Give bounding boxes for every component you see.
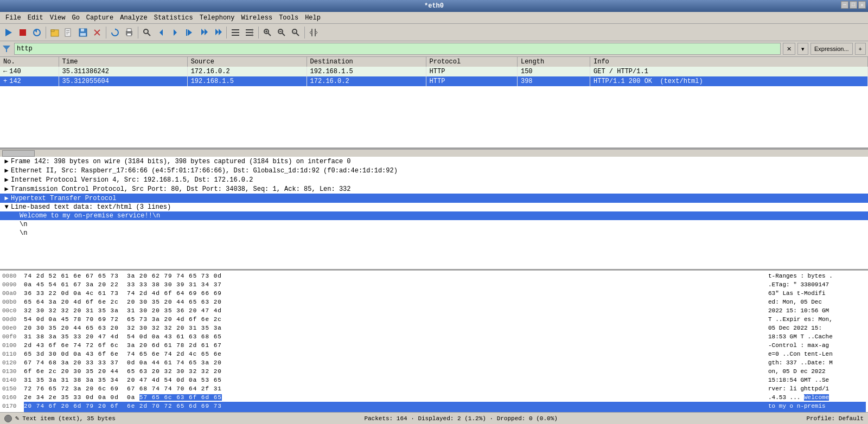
hex-row: 0140 31 35 3a 31 38 3a 35 34 20 47 4d 54… bbox=[2, 376, 866, 384]
toolbar-sep-4 bbox=[226, 27, 227, 38]
close-button[interactable]: ✕ bbox=[858, 1, 866, 9]
toolbar-sep-2 bbox=[106, 27, 106, 38]
window-controls[interactable]: ─ □ ✕ bbox=[841, 1, 866, 9]
toolbar-sep-3 bbox=[138, 27, 138, 38]
go-to-packet-button[interactable] bbox=[183, 26, 196, 39]
print-button[interactable] bbox=[123, 26, 136, 39]
cell-protocol: HTTP bbox=[426, 76, 517, 86]
colorize-button[interactable] bbox=[243, 26, 256, 39]
menu-analyze[interactable]: Analyze bbox=[117, 13, 150, 23]
status-packets: Packets: 164 · Displayed: 2 (1.2%) · Dro… bbox=[364, 415, 557, 422]
hex-offset: 00c0 bbox=[2, 306, 24, 315]
menu-tools[interactable]: Tools bbox=[276, 13, 302, 23]
menu-go[interactable]: Go bbox=[68, 13, 82, 23]
hex-offset: 0100 bbox=[2, 341, 24, 350]
col-info: Info bbox=[590, 57, 868, 67]
hex-offset: 00a0 bbox=[2, 289, 24, 298]
svg-marker-27 bbox=[205, 29, 208, 35]
hex-bytes: 32 30 32 32 20 31 35 3a 31 30 20 35 36 2… bbox=[24, 306, 768, 315]
last-packet-button[interactable] bbox=[211, 26, 224, 39]
save-button[interactable] bbox=[76, 26, 90, 39]
status-left: ✎ Text item (text), 35 bytes bbox=[4, 414, 116, 422]
detail-row-text-data[interactable]: ▼ Line-based text data: text/html (3 lin… bbox=[0, 203, 868, 211]
hex-ascii: .4.53 ... Welcome bbox=[768, 393, 866, 402]
close-file-button[interactable] bbox=[91, 26, 104, 39]
hscroll-thumb[interactable] bbox=[2, 150, 35, 157]
table-row[interactable]: ←140 35.311386242 172.16.0.2 192.168.1.5… bbox=[0, 67, 868, 76]
hex-dump: 0080 74 2d 52 61 6e 67 65 73 3a 20 62 79… bbox=[0, 271, 868, 412]
expand-icon-eth[interactable]: ▶ bbox=[2, 166, 11, 175]
hex-bytes-hl: 20 74 6f 20 6d 79 20 6f 6e 2d 70 72 65 6… bbox=[24, 402, 768, 410]
svg-point-20 bbox=[144, 29, 148, 34]
menu-capture[interactable]: Capture bbox=[83, 13, 117, 23]
open-recent-button[interactable] bbox=[62, 26, 75, 39]
zoom-normal-button[interactable]: = bbox=[289, 26, 302, 39]
filter-clear-button[interactable]: ✕ bbox=[783, 43, 795, 55]
detail-row-frame[interactable]: ▶ Frame 142: 398 bytes on wire (3184 bit… bbox=[0, 157, 868, 166]
detail-text-eth: Ethernet II, Src: Raspberr_17:66:66 (e4:… bbox=[11, 167, 866, 175]
expression-button[interactable]: Expression... bbox=[810, 43, 853, 55]
detail-text-newline2: \n bbox=[20, 229, 866, 237]
svg-line-51 bbox=[316, 31, 317, 33]
hex-ascii: .ETag: " 33809147 bbox=[768, 280, 866, 289]
svg-rect-6 bbox=[51, 30, 54, 31]
hex-row: 00b0 65 64 3a 20 4d 6f 6e 2c 20 30 35 20… bbox=[2, 298, 866, 306]
hex-ascii: gth: 337 ..Date: M bbox=[768, 358, 866, 367]
cell-length: 150 bbox=[517, 67, 590, 76]
menu-help[interactable]: Help bbox=[302, 13, 324, 23]
table-row[interactable]: +142 35.312055604 192.168.1.5 172.16.0.2… bbox=[0, 76, 868, 86]
find-packet-button[interactable] bbox=[141, 26, 154, 39]
detail-row-tcp[interactable]: ▶ Transmission Control Protocol, Src Por… bbox=[0, 184, 868, 194]
hex-row: 00f0 31 38 3a 35 33 20 47 4d 54 0d 0a 43… bbox=[2, 332, 866, 341]
cell-time: 35.311386242 bbox=[59, 67, 187, 76]
first-packet-button[interactable] bbox=[197, 26, 210, 39]
menu-edit[interactable]: Edit bbox=[24, 13, 47, 23]
resize-columns-button[interactable] bbox=[307, 26, 320, 39]
hex-offset: 0090 bbox=[2, 280, 24, 289]
hex-row: 00e0 20 30 35 20 44 65 63 20 32 30 32 32… bbox=[2, 324, 866, 332]
zoom-out-button[interactable] bbox=[275, 26, 288, 39]
open-file-button[interactable] bbox=[48, 26, 61, 39]
hex-bytes: 67 74 68 3a 20 33 33 37 0d 0a 44 61 74 6… bbox=[24, 358, 768, 367]
zoom-in-button[interactable] bbox=[261, 26, 274, 39]
detail-row-newline2[interactable]: \n bbox=[0, 229, 868, 237]
expand-icon-tcp[interactable]: ▶ bbox=[2, 185, 11, 193]
filter-icon bbox=[2, 44, 12, 54]
minimize-button[interactable]: ─ bbox=[841, 1, 848, 9]
menu-view[interactable]: View bbox=[47, 13, 69, 23]
hex-bytes: 65 64 3a 20 4d 6f 6e 2c 20 30 35 20 44 6… bbox=[24, 298, 768, 306]
go-forward-button[interactable] bbox=[169, 26, 182, 39]
detail-row-http[interactable]: ▶ Hypertext Transfer Protocol bbox=[0, 194, 868, 203]
menu-file[interactable]: File bbox=[2, 13, 24, 23]
go-back-button[interactable] bbox=[155, 26, 168, 39]
menu-telephony[interactable]: Telephony bbox=[196, 13, 238, 23]
filter-add-button[interactable]: + bbox=[855, 43, 866, 55]
detail-text-http: Hypertext Transfer Protocol bbox=[11, 195, 866, 202]
detail-row-ip[interactable]: ▶ Internet Protocol Version 4, Src: 192.… bbox=[0, 175, 868, 184]
packet-list-hscroll[interactable] bbox=[0, 149, 868, 157]
expand-icon-http[interactable]: ▶ bbox=[2, 194, 11, 202]
start-capture-button[interactable] bbox=[2, 26, 15, 39]
hex-row: 00a0 36 33 22 0d 0a 4c 61 73 74 2d 4d 6f… bbox=[2, 289, 866, 298]
hex-ascii: 18:53 GM T ..Cache bbox=[768, 332, 866, 341]
expand-icon[interactable]: ▶ bbox=[2, 157, 11, 165]
reload-button[interactable] bbox=[108, 26, 122, 39]
detail-row-ethernet[interactable]: ▶ Ethernet II, Src: Raspberr_17:66:66 (e… bbox=[0, 166, 868, 175]
svg-rect-2 bbox=[20, 29, 26, 36]
detail-row-newline1[interactable]: \n bbox=[0, 220, 868, 229]
filter-bookmark-button[interactable]: ▾ bbox=[797, 43, 808, 55]
filter-input[interactable] bbox=[14, 43, 781, 55]
restart-capture-button[interactable] bbox=[30, 26, 43, 39]
menu-wireless[interactable]: Wireless bbox=[238, 13, 276, 23]
stop-capture-button[interactable] bbox=[16, 26, 29, 39]
hex-offset: 0170 bbox=[2, 402, 24, 410]
hex-bytes: 65 3d 30 0d 0a 43 6f 6e 74 65 6e 74 2d 4… bbox=[24, 350, 768, 358]
auto-scroll-button[interactable] bbox=[229, 26, 242, 39]
expand-icon-textdata[interactable]: ▼ bbox=[2, 203, 11, 211]
menu-statistics[interactable]: Statistics bbox=[151, 13, 196, 23]
expand-icon-ip[interactable]: ▶ bbox=[2, 176, 11, 184]
maximize-button[interactable]: □ bbox=[850, 1, 857, 9]
detail-row-welcome[interactable]: Welcome to my on-premise service!!\n bbox=[0, 211, 868, 220]
detail-text-textdata: Line-based text data: text/html (3 lines… bbox=[11, 203, 866, 211]
packet-list-header: No. Time Source Destination Protocol Len… bbox=[0, 57, 868, 67]
